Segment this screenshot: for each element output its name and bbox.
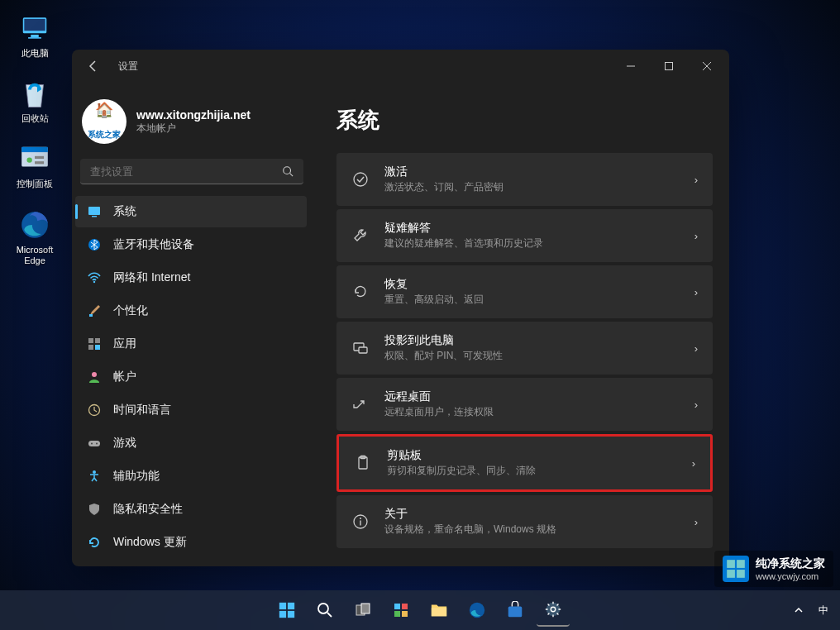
svg-point-19 [93,281,95,283]
svg-rect-38 [360,521,360,526]
taskbar-settings[interactable] [537,594,570,627]
svg-rect-20 [89,314,93,317]
card-title: 疑难解答 [384,221,680,236]
nav-system[interactable]: 系统 [75,196,307,227]
close-button[interactable] [688,51,726,81]
svg-point-14 [284,167,291,174]
maximize-button[interactable] [650,51,688,81]
wrench-icon [351,227,370,245]
desktop-icon-control-panel[interactable]: 控制面板 [7,139,63,193]
nav-network[interactable]: 网络和 Internet [75,262,307,294]
nav-label: 系统 [113,204,136,219]
desktop-icon-label: 回收站 [21,113,49,124]
search-box[interactable] [80,159,303,184]
taskbar-taskview[interactable] [346,594,379,627]
svg-rect-40 [737,560,745,568]
minimize-button[interactable] [612,51,650,81]
card-remote-desktop[interactable]: 远程桌面远程桌面用户，连接权限› [336,378,713,431]
svg-point-47 [318,604,328,613]
taskbar-explorer[interactable] [422,594,456,627]
card-title: 剪贴板 [387,448,677,463]
info-icon [351,513,370,531]
svg-rect-24 [95,345,100,350]
nav-gaming[interactable]: 游戏 [75,427,307,459]
watermark-text: 纯净系统之家 www.ycwjy.com [756,556,825,581]
clipboard-icon [354,454,372,472]
svg-point-6 [27,158,32,163]
svg-point-25 [92,372,97,377]
tray-ime[interactable]: 中 [815,600,832,621]
avatar-icon: 🏠 [82,101,126,119]
svg-rect-51 [394,604,400,609]
chevron-right-icon: › [692,457,695,470]
control-panel-icon [18,142,51,175]
card-projecting[interactable]: 投影到此电脑权限、配对 PIN、可发现性› [336,322,713,375]
avatar: 🏠 系统之家 [82,99,126,144]
taskbar-edge[interactable] [461,594,494,627]
card-about[interactable]: 关于设备规格，重命名电脑，Windows 规格› [336,495,713,548]
desktop-icon-edge[interactable]: Microsoft Edge [7,205,63,270]
nav-accounts[interactable]: 帐户 [75,361,307,393]
card-troubleshoot[interactable]: 疑难解答建议的疑难解答、首选项和历史记录› [336,209,713,262]
user-block[interactable]: 🏠 系统之家 www.xitongzhijia.net 本地帐户 [75,99,308,159]
sidebar: 🏠 系统之家 www.xitongzhijia.net 本地帐户 系统 蓝牙和其… [72,83,312,566]
svg-rect-39 [727,560,735,568]
watermark-icon [723,556,749,582]
card-text: 远程桌面远程桌面用户，连接权限 [384,389,680,419]
svg-rect-8 [35,162,44,165]
nav-update[interactable]: Windows 更新 [75,527,307,558]
card-title: 恢复 [384,277,680,292]
app-title: 设置 [118,60,138,74]
svg-rect-1 [24,19,45,31]
bluetooth-icon [87,237,102,252]
card-text: 激活激活状态、订阅、产品密钥 [384,165,680,194]
chevron-right-icon: › [694,174,698,186]
desktop-icon-label: Microsoft Edge [10,245,60,266]
card-text: 关于设备规格，重命名电脑，Windows 规格 [384,507,680,537]
taskbar-store[interactable] [499,594,532,627]
card-text: 恢复重置、高级启动、返回 [384,277,680,307]
main-content: 系统 激活激活状态、订阅、产品密钥› 疑难解答建议的疑难解答、首选项和历史记录›… [312,83,729,566]
nav-personalization[interactable]: 个性化 [75,295,307,327]
svg-rect-41 [727,570,735,578]
svg-rect-22 [95,338,100,343]
titlebar-left: 设置 [79,51,138,81]
card-activation[interactable]: 激活激活状态、订阅、产品密钥› [336,153,713,206]
svg-point-31 [354,173,367,186]
search-icon [282,165,294,177]
taskbar-center [270,594,570,627]
nav-privacy[interactable]: 隐私和安全性 [75,494,307,525]
titlebar: 设置 [72,50,729,83]
taskbar-widgets[interactable] [384,594,418,627]
start-button[interactable] [270,594,303,627]
desktop-icon-recycle-bin[interactable]: 回收站 [7,74,63,127]
taskbar-search[interactable] [308,594,341,627]
nav-time-language[interactable]: 时间和语言 [75,394,307,426]
svg-rect-16 [88,207,100,215]
remote-icon [351,395,370,413]
update-icon [87,535,102,550]
chevron-right-icon: › [694,399,698,411]
card-recovery[interactable]: 恢复重置、高级启动、返回› [336,265,713,318]
nav-apps[interactable]: 应用 [75,328,307,360]
svg-point-37 [360,518,361,519]
svg-rect-52 [402,604,408,609]
svg-rect-33 [359,347,367,353]
back-button[interactable] [79,51,108,81]
card-title: 关于 [384,507,680,522]
edge-icon [18,208,51,241]
avatar-caption: 系统之家 [82,129,126,141]
search-input[interactable] [90,165,282,178]
card-clipboard[interactable]: 剪贴板剪切和复制历史记录、同步、清除› [336,434,713,492]
svg-rect-57 [508,606,523,617]
wifi-icon [87,270,102,285]
svg-rect-21 [88,338,93,343]
tray-chevron-icon[interactable] [790,602,807,618]
nav-bluetooth[interactable]: 蓝牙和其他设备 [75,229,307,260]
svg-rect-42 [737,570,745,578]
nav-accessibility[interactable]: 辅助功能 [75,461,307,492]
svg-rect-53 [394,611,400,617]
desktop-icon-this-pc[interactable]: 此电脑 [7,8,63,62]
monitor-icon [18,12,51,45]
user-name: www.xitongzhijia.net [136,108,251,122]
